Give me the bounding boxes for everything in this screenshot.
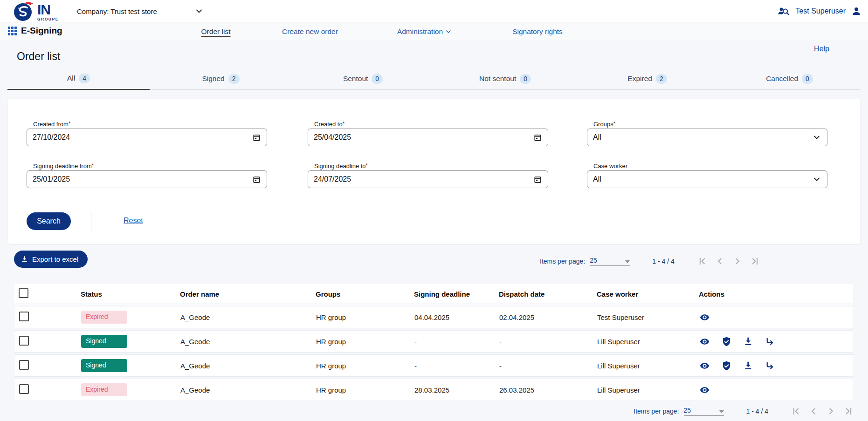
search-button[interactable]: Search [27, 212, 71, 230]
forward-arrow-icon [765, 360, 775, 371]
row-checkbox[interactable] [19, 336, 29, 346]
column-header-groups: Groups [316, 290, 414, 298]
items-per-page-select[interactable]: 25 [590, 257, 630, 266]
dropdown-arrow-icon [719, 410, 724, 413]
signing-deadline-from-datepicker-button[interactable] [252, 175, 261, 184]
apps-grid-icon[interactable] [8, 27, 17, 35]
dispatch-date-cell: 26.03.2025 [499, 386, 597, 394]
tab-sentout[interactable]: Sentout 0 [292, 74, 434, 90]
user-area: Test Superuser [778, 0, 861, 22]
signing-deadline-from-input[interactable]: 25/01/2025 [27, 170, 267, 188]
next-page-button[interactable] [826, 406, 836, 416]
person-icon [851, 6, 861, 16]
people-search-icon [778, 6, 790, 16]
nav-administration[interactable]: Administration [397, 27, 452, 36]
items-per-page-select[interactable]: 25 [684, 407, 724, 416]
pagination-top: Items per page: 25 1 - 4 / 4 [540, 254, 760, 268]
user-menu-button[interactable] [851, 6, 861, 16]
forward-action-button[interactable] [765, 360, 775, 371]
row-actions [699, 360, 853, 371]
export-to-excel-button[interactable]: Export to excel [14, 251, 88, 268]
tab-expired-count: 2 [656, 74, 667, 84]
order-name-cell: A_Geode [180, 338, 316, 346]
previous-page-button[interactable] [808, 406, 819, 416]
case-worker-cell: Test Superuser [597, 313, 699, 321]
tab-cancelled[interactable]: Cancelled 0 [718, 74, 861, 90]
in-groupe-logo-icon [13, 0, 34, 22]
user-search-button[interactable] [778, 6, 790, 16]
dispatch-date-cell: 02.04.2025 [499, 313, 597, 321]
status-badge: Expired [81, 311, 127, 323]
tab-all[interactable]: All 4 [7, 74, 150, 90]
select-all-checkbox[interactable] [19, 288, 28, 298]
case-worker-cell: Lill Superuser [597, 386, 699, 394]
nav-create-new-order-label: Create new order [282, 27, 338, 36]
order-name-cell: A_Geode [180, 362, 316, 370]
next-page-button[interactable] [732, 256, 743, 266]
tab-signed-label: Signed [202, 75, 224, 83]
download-icon [743, 360, 753, 371]
view-action-button[interactable] [699, 360, 710, 371]
logo-brand-text: IN [37, 3, 59, 17]
signing-deadline-to-input[interactable]: 24/07/2025 [308, 170, 548, 188]
created-to-label: Created to* [312, 121, 346, 128]
pagination-buttons [697, 256, 760, 266]
nav-order-list[interactable]: Order list [201, 27, 231, 36]
items-per-page-label: Items per page: [634, 407, 679, 415]
row-checkbox[interactable] [19, 360, 29, 370]
company-select[interactable]: Company: Trust test store [77, 0, 204, 22]
shield-check-icon [721, 336, 732, 347]
case-worker-select[interactable]: All [587, 170, 827, 188]
first-page-button[interactable] [791, 406, 801, 416]
dropdown-arrow-icon [625, 260, 630, 263]
groups-cell: HR group [316, 362, 414, 370]
tab-not-sentout-label: Not sentout [479, 75, 516, 83]
row-actions [699, 385, 853, 395]
created-from-input[interactable]: 27/10/2024 [27, 129, 267, 146]
signing-deadline-to-datepicker-button[interactable] [533, 175, 542, 184]
groups-select[interactable]: All [587, 129, 827, 146]
verify-action-button[interactable] [721, 336, 732, 347]
download-action-button[interactable] [743, 360, 753, 371]
row-checkbox[interactable] [19, 312, 29, 321]
groups-select-value: All [593, 133, 812, 142]
last-page-button[interactable] [750, 256, 760, 266]
calendar-icon [533, 175, 542, 184]
app-title: E-Signing [8, 26, 62, 36]
created-to-datepicker-button[interactable] [533, 133, 542, 142]
view-action-button[interactable] [699, 385, 710, 395]
reset-link[interactable]: Reset [124, 217, 143, 225]
tab-expired[interactable]: Expired 2 [576, 74, 718, 90]
status-badge: Expired [81, 383, 127, 396]
tab-cancelled-count: 0 [802, 74, 813, 84]
eye-icon [699, 360, 710, 371]
first-page-button[interactable] [697, 256, 707, 266]
verify-action-button[interactable] [721, 360, 732, 371]
row-actions [699, 336, 853, 347]
groups-cell: HR group [316, 338, 414, 346]
calendar-icon [252, 133, 261, 142]
dispatch-date-cell: - [499, 362, 597, 370]
view-action-button[interactable] [699, 312, 710, 323]
table-header-row: Status Order name Groups Signing deadlin… [14, 284, 853, 304]
in-groupe-logo: IN GROUPE [13, 0, 59, 22]
created-from-label: Created from* [31, 121, 72, 128]
download-action-button[interactable] [743, 336, 753, 346]
tab-not-sentout[interactable]: Not sentout 0 [434, 74, 576, 90]
row-checkbox[interactable] [19, 384, 29, 394]
status-badge: Signed [81, 359, 127, 372]
last-page-button[interactable] [844, 406, 854, 416]
nav-signatory-rights[interactable]: Signatory rights [512, 27, 563, 36]
help-link[interactable]: Help [814, 45, 829, 53]
column-header-case-worker: Case worker [597, 290, 699, 298]
first-page-icon [697, 256, 707, 266]
nav-create-new-order[interactable]: Create new order [282, 27, 338, 36]
forward-action-button[interactable] [765, 336, 775, 347]
eye-icon [699, 312, 710, 323]
created-from-datepicker-button[interactable] [252, 133, 261, 142]
view-action-button[interactable] [699, 336, 710, 347]
tab-signed[interactable]: Signed 2 [150, 74, 292, 90]
previous-page-button[interactable] [715, 256, 725, 266]
created-to-input[interactable]: 25/04/2025 [308, 129, 548, 146]
signing-deadline-from-value: 25/01/2025 [33, 175, 252, 183]
